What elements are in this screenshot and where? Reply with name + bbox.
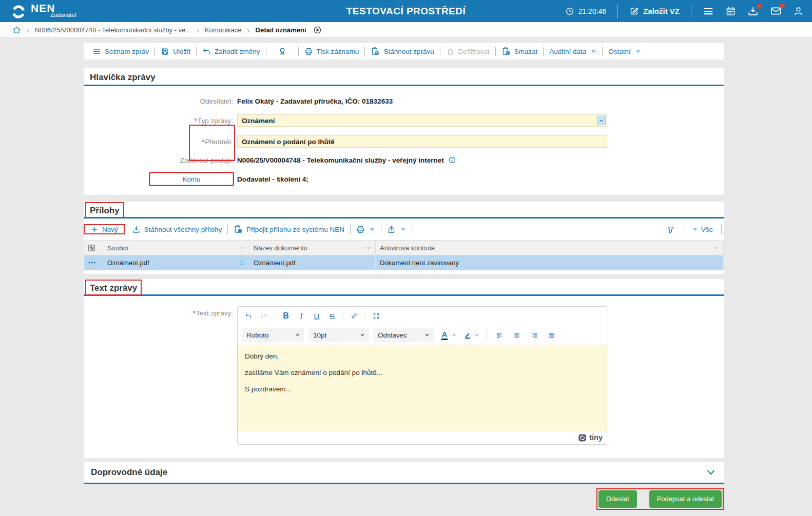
komu-button[interactable]: Komu — [150, 173, 233, 185]
typ-zpravy-select[interactable]: Oznámení — [237, 114, 607, 127]
card-spacer — [84, 270, 724, 274]
seznam-zprav-button[interactable]: Seznam zpráv — [87, 47, 154, 56]
clock-icon — [565, 7, 574, 16]
drag-handle-icon[interactable] — [238, 259, 245, 267]
home-button[interactable] — [12, 26, 21, 34]
section-title: Text zprávy — [86, 281, 141, 294]
chevron-down-icon[interactable] — [452, 332, 457, 338]
undo-icon — [202, 47, 211, 56]
komu-label: Komu — [182, 175, 200, 183]
column-header-antivirova-kontrola[interactable]: Antivirová kontrola — [376, 241, 724, 255]
cell-nazev-dokumentu: Oznámení.pdf — [249, 255, 376, 270]
inbox-button[interactable] — [747, 6, 759, 17]
column-filter-icon[interactable] — [366, 245, 371, 250]
home-icon — [12, 26, 21, 34]
zalozit-vz-button[interactable]: Založit VZ — [629, 6, 680, 16]
smazat-button[interactable]: Smazat — [496, 47, 544, 56]
breadcrumb-chevron-icon: › — [247, 26, 250, 34]
export-attachments-button[interactable] — [381, 225, 412, 234]
ulozit-button[interactable]: Uložit — [155, 47, 196, 56]
align-justify-button[interactable] — [545, 328, 558, 342]
redo-button[interactable] — [257, 309, 270, 323]
vse-label: Vše — [701, 226, 713, 233]
novy-button[interactable]: Nový — [85, 225, 124, 233]
strikethrough-button[interactable]: S — [325, 309, 339, 323]
list-icon — [92, 47, 101, 56]
align-left-button[interactable] — [493, 328, 506, 342]
align-right-button[interactable] — [528, 328, 541, 342]
align-center-button[interactable] — [510, 328, 524, 342]
odeslat-button[interactable]: Odeslat — [598, 490, 637, 508]
column-settings-header[interactable] — [84, 241, 103, 255]
podepsat-a-odeslat-button[interactable]: Podepsat a odeslat — [649, 490, 722, 508]
block-format-select[interactable]: Odstavec — [373, 328, 434, 342]
message-paragraph: S pozdravem... — [245, 385, 600, 393]
font-size-select[interactable]: 10pt — [308, 328, 369, 342]
main-menu-button[interactable] — [703, 6, 714, 17]
close-tab-button[interactable] — [313, 26, 322, 34]
column-header-nazev-dokumentu[interactable]: Název dokumentu — [249, 241, 376, 255]
italic-button[interactable]: I — [295, 309, 308, 323]
user-button[interactable] — [793, 6, 804, 16]
document-attach-icon — [234, 225, 243, 234]
stahnout-vsechny-label: Stáhnout všechny přílohy — [144, 226, 222, 233]
print-attachments-button[interactable] — [351, 225, 381, 234]
column-filter-icon[interactable] — [714, 245, 719, 250]
table-row[interactable]: Oznámení.pdf Oznámení.pdf Dokument není … — [84, 255, 724, 270]
breadcrumb-item-komunikace[interactable]: Komunikace — [205, 26, 242, 34]
bottom-action-bar: Odeslat Podepsat a odeslat — [84, 488, 724, 510]
pripojit-prilohu-button[interactable]: Připojit přílohu ze systému NEN — [228, 225, 350, 234]
section-rule — [84, 85, 724, 86]
plus-icon — [90, 225, 99, 233]
stahnout-vsechny-prilohy-button[interactable]: Stáhnout všechny přílohy — [126, 225, 228, 234]
zahodit-zmeny-button[interactable]: Zahodit změny — [197, 47, 266, 56]
highlighter-icon — [464, 331, 471, 340]
editor-toolbar-row1: B I U S — [238, 307, 607, 326]
editor-toolbar-row2: Roboto 10pt Odstavec A — [238, 326, 607, 345]
ostatni-button[interactable]: Ostatní — [603, 48, 647, 55]
stahnout-zpravu-button[interactable]: Stáhnout zprávu — [365, 47, 439, 56]
calendar-button[interactable] — [725, 6, 736, 16]
link-button[interactable] — [347, 309, 361, 323]
dropdown-triangle-icon — [692, 227, 698, 232]
document-download-icon — [371, 47, 380, 56]
chevron-down-icon — [295, 332, 301, 338]
dropdown-triangle-icon — [591, 49, 596, 54]
topbar-divider — [617, 5, 618, 18]
attachments-table: Soubor Název dokumentu Antivirová kontro… — [84, 240, 724, 270]
ribbon-button[interactable] — [266, 47, 298, 56]
expand-section-button[interactable] — [705, 467, 717, 478]
select-dropdown-button[interactable] — [597, 116, 606, 125]
row-menu-icon[interactable] — [87, 258, 96, 267]
chevron-down-icon — [359, 332, 365, 338]
filter-button[interactable] — [661, 225, 681, 234]
tisk-zaznamu-button[interactable]: Tisk záznamu — [299, 47, 365, 56]
message-body-editor[interactable]: Dobrý den, zasíláme Vám oznámení o podán… — [238, 345, 607, 431]
underline-button[interactable]: U — [310, 309, 323, 323]
fullscreen-icon — [373, 311, 380, 321]
predmet-input[interactable]: Oznámení o podání po lhůtě — [237, 135, 607, 148]
desifrovat-button[interactable]: Dešifrovat — [440, 47, 495, 56]
nen-logo[interactable]: NEN Zadavatel — [10, 3, 76, 20]
record-toolbar: Seznam zpráv Uložit Zahodit změny Tisk z… — [84, 43, 724, 59]
vse-filter-button[interactable]: Vše — [687, 226, 718, 233]
bold-button[interactable]: B — [279, 309, 293, 323]
messages-button[interactable] — [770, 5, 782, 17]
required-mark: * — [202, 138, 204, 146]
editor-statusbar: tiny — [238, 431, 607, 444]
chevron-down-icon[interactable] — [475, 332, 480, 338]
info-icon[interactable] — [448, 156, 456, 164]
highlight-color-button[interactable] — [461, 328, 474, 342]
tiny-branding[interactable]: tiny — [589, 433, 603, 442]
column-header-soubor[interactable]: Soubor — [103, 241, 249, 255]
fullscreen-button[interactable] — [370, 309, 383, 323]
document-delete-icon — [501, 47, 511, 56]
ulozit-label: Uložit — [173, 48, 190, 55]
text-color-button[interactable]: A — [438, 328, 451, 342]
column-filter-icon[interactable] — [240, 245, 245, 250]
breadcrumb-item-procedure[interactable]: N006/25/V00004748 - Telekomunikační služ… — [35, 26, 191, 34]
auditni-data-button[interactable]: Auditní data — [544, 48, 602, 55]
font-family-select[interactable]: Roboto — [242, 328, 304, 342]
typ-zpravy-label: *Typ zprávy: — [84, 117, 233, 125]
undo-button[interactable] — [242, 309, 255, 323]
